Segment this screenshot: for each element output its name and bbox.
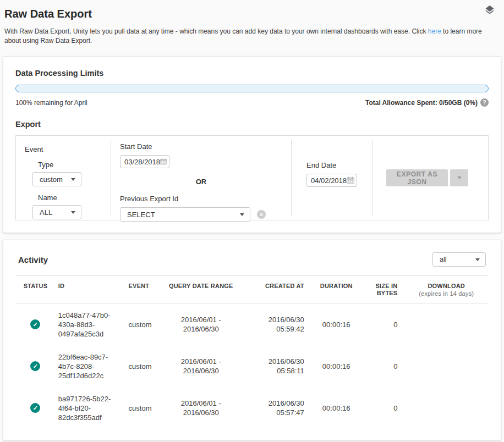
intro-text: With Raw Data Export, Unity lets you pul… — [0, 20, 498, 46]
check-circle-icon: ✓ — [30, 403, 40, 413]
table-row: ✓ ba971726-5b22-4f64-bf20-82dc3f355adf c… — [15, 387, 489, 429]
event-cell: custom — [119, 362, 166, 371]
activity-table: STATUS ID EVENT QUERY DATE RANGE CREATED… — [15, 275, 489, 429]
remaining-label: 100% remaining for April — [15, 99, 87, 107]
duration-cell: 00:00:16 — [304, 362, 369, 371]
created-at-cell: 2016/06/30 05:57:47 — [237, 399, 304, 417]
calendar-icon[interactable] — [160, 158, 167, 165]
status-cell: ✓ — [15, 361, 56, 372]
or-label: OR — [120, 178, 282, 186]
previous-export-row: SELECT × — [120, 207, 282, 222]
created-at-cell: 2016/06/30 05:58:11 — [237, 357, 304, 375]
export-id: ba971726-5b22-4f64-bf20-82dc3f355adf — [58, 394, 111, 422]
previous-export-select[interactable]: SELECT — [120, 207, 250, 222]
download-header-label: DOWNLOAD — [428, 283, 465, 289]
event-section: Event Type custom Name ALL — [16, 136, 111, 220]
previous-export-value: SELECT — [127, 211, 155, 219]
query-date-range: 2016/06/01 - 2016/06/30 — [174, 399, 227, 417]
size-cell: 0 — [369, 362, 404, 371]
column-header-size-in-bytes: SIZE IN BYTES — [369, 283, 404, 297]
column-header-status: STATUS — [15, 283, 56, 290]
type-label: Type — [38, 161, 111, 169]
status-cell: ✓ — [15, 319, 56, 330]
event-cell: custom — [119, 320, 166, 329]
chevron-down-icon — [71, 211, 75, 214]
export-card: Data Processing Limits 100% remaining fo… — [3, 56, 501, 233]
chevron-down-icon — [71, 178, 75, 181]
id-cell: 22bf6eac-89c7-4b7c-8208-25df12d6d22c — [56, 352, 119, 380]
column-header-created-at: CREATED AT — [237, 283, 304, 290]
activity-filter-select[interactable]: all — [432, 252, 486, 267]
end-date-section: End Date 04/02/2018 — [292, 136, 372, 220]
query-date-range: 2016/06/01 - 2016/06/30 — [174, 357, 227, 375]
activity-table-header: STATUS ID EVENT QUERY DATE RANGE CREATED… — [15, 276, 489, 303]
limits-summary-row: 100% remaining for April Total Allowance… — [15, 98, 489, 107]
learn-more-link[interactable]: here — [428, 27, 441, 35]
check-circle-icon: ✓ — [30, 319, 40, 329]
duration-cell: 00:00:16 — [304, 320, 369, 329]
column-header-download: DOWNLOAD (expires in 14 days) — [404, 283, 489, 297]
column-header-query-date-range: QUERY DATE RANGE — [165, 283, 237, 290]
activity-filter-value: all — [440, 256, 447, 263]
size-cell: 0 — [369, 320, 404, 329]
event-label: Event — [25, 145, 111, 153]
clear-icon[interactable]: × — [257, 210, 266, 219]
event-type-select[interactable]: custom — [32, 172, 81, 186]
duration-cell: 00:00:16 — [304, 404, 369, 413]
export-id: 1c048a77-47b0-430a-88d3-0497afa25c3d — [58, 311, 111, 339]
column-header-event: EVENT — [119, 283, 166, 290]
created-at: 2016/06/30 05:57:47 — [258, 399, 304, 417]
data-allowance-progress-bar — [15, 85, 489, 92]
query-date-range-cell: 2016/06/01 - 2016/06/30 — [165, 315, 237, 334]
start-date-input[interactable]: 03/28/2018 — [120, 155, 169, 168]
help-icon[interactable]: ? — [480, 98, 489, 107]
export-split-button: EXPORT AS JSON — [386, 169, 468, 186]
query-date-range: 2016/06/01 - 2016/06/30 — [174, 315, 227, 334]
previous-export-label: Previous Export Id — [120, 195, 282, 203]
column-header-duration: DURATION — [304, 283, 369, 290]
chevron-down-icon — [475, 258, 480, 261]
event-type-value: custom — [40, 175, 63, 184]
export-heading: Export — [15, 120, 489, 129]
query-date-range-cell: 2016/06/01 - 2016/06/30 — [165, 399, 237, 417]
status-cell: ✓ — [15, 403, 56, 413]
activity-card: Activity all STATUS ID EVENT QUERY DATE … — [3, 240, 501, 441]
page-title: Raw Data Export — [4, 8, 500, 20]
export-id: 22bf6eac-89c7-4b7c-8208-25df12d6d22c — [58, 352, 111, 380]
id-cell: ba971726-5b22-4f64-bf20-82dc3f355adf — [56, 394, 119, 422]
event-name-select[interactable]: ALL — [32, 205, 81, 219]
table-row: ✓ 1c048a77-47b0-430a-88d3-0497afa25c3d c… — [15, 303, 489, 345]
page-header: Raw Data Export — [0, 0, 504, 20]
start-date-value: 03/28/2018 — [124, 158, 160, 166]
chevron-down-icon — [240, 213, 244, 216]
layers-icon[interactable] — [484, 4, 495, 15]
name-label: Name — [38, 194, 111, 202]
dates-section: Start Date 03/28/2018 OR Previous Export… — [111, 136, 291, 220]
activity-heading: Activity — [18, 255, 48, 264]
export-form: Event Type custom Name ALL Start Date 03… — [15, 135, 489, 220]
created-at: 2016/06/30 05:58:11 — [258, 357, 304, 375]
event-cell: custom — [119, 404, 166, 413]
event-name-value: ALL — [40, 208, 52, 217]
created-at: 2016/06/30 05:59:42 — [258, 315, 304, 334]
column-header-id: ID — [56, 283, 119, 290]
export-as-json-button[interactable]: EXPORT AS JSON — [386, 169, 448, 186]
end-date-input[interactable]: 04/02/2018 — [306, 174, 357, 187]
chevron-down-icon — [457, 176, 462, 179]
export-format-dropdown-button[interactable] — [450, 169, 468, 186]
limits-heading: Data Processing Limits — [15, 69, 489, 78]
size-cell: 0 — [369, 404, 404, 413]
end-date-label: End Date — [306, 161, 372, 169]
intro-before-link: With Raw Data Export, Unity lets you pul… — [4, 27, 428, 35]
download-expiry-note: (expires in 14 days) — [404, 290, 489, 297]
calendar-icon[interactable] — [347, 176, 354, 184]
export-action-section: EXPORT AS JSON — [372, 136, 488, 220]
start-date-label: Start Date — [120, 142, 282, 151]
check-circle-icon: ✓ — [30, 361, 40, 371]
query-date-range-cell: 2016/06/01 - 2016/06/30 — [165, 357, 237, 375]
allowance-label: Total Allowance Spent: 0/50GB (0%) — [365, 99, 478, 107]
table-row: ✓ 22bf6eac-89c7-4b7c-8208-25df12d6d22c c… — [15, 345, 489, 387]
id-cell: 1c048a77-47b0-430a-88d3-0497afa25c3d — [56, 311, 119, 339]
activity-header-row: Activity all — [15, 252, 489, 267]
allowance-label-wrap: Total Allowance Spent: 0/50GB (0%) ? — [365, 98, 489, 107]
